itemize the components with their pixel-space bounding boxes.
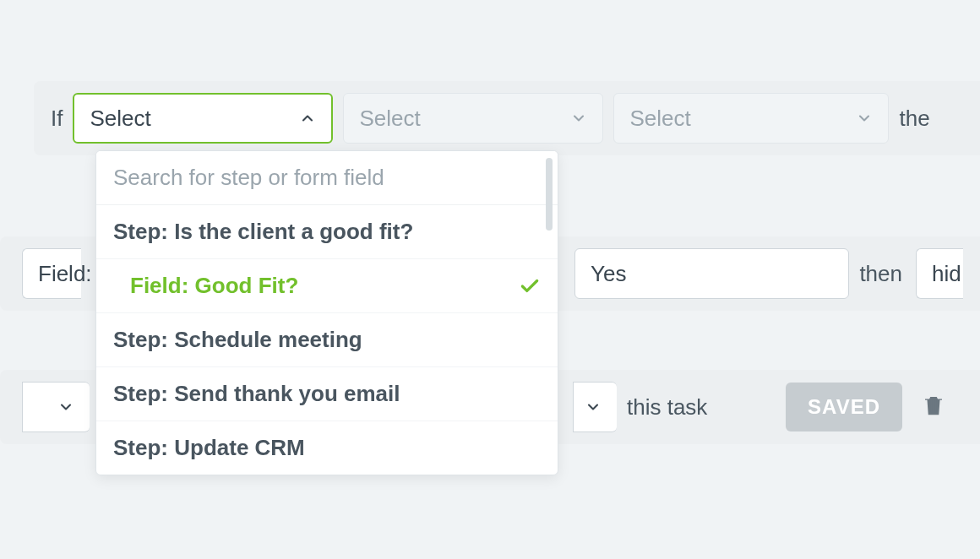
dropdown-item[interactable]: Field: Good Fit? xyxy=(96,258,558,312)
field-label: Field: xyxy=(38,261,92,287)
dropdown-item[interactable]: Step: Schedule meeting xyxy=(96,312,558,366)
dropdown-item-label: Step: Send thank you email xyxy=(113,381,400,407)
select-label: Select xyxy=(90,106,150,132)
condition-operator-select[interactable]: Select xyxy=(343,93,603,144)
then-label-partial: the xyxy=(899,106,929,132)
field-label-box: Field: xyxy=(22,248,81,299)
dropdown-item[interactable]: Step: Update CRM xyxy=(96,421,558,475)
chevron-down-icon xyxy=(570,110,587,127)
saved-button[interactable]: SAVED xyxy=(786,383,902,431)
chevron-up-icon xyxy=(299,110,316,127)
dropdown-item[interactable]: Step: Send thank you email xyxy=(96,366,558,421)
select-placeholder: Select xyxy=(359,106,420,132)
dropdown-search-input[interactable] xyxy=(96,151,558,205)
scrollbar[interactable] xyxy=(546,158,553,231)
check-icon xyxy=(519,275,541,297)
dropdown-list: Step: Is the client a good fit? Field: G… xyxy=(96,205,558,475)
condition-value-select[interactable]: Select xyxy=(613,93,889,144)
action-scope-select-partial[interactable] xyxy=(573,382,617,432)
condition-field-select[interactable]: Select xyxy=(73,93,333,144)
trash-icon xyxy=(921,393,946,418)
action-select-partial[interactable]: hid xyxy=(916,248,963,299)
field-dropdown-panel: Step: Is the client a good fit? Field: G… xyxy=(95,150,558,475)
condition-value-input[interactable]: Yes xyxy=(574,248,849,299)
then-label: then xyxy=(859,261,902,287)
dropdown-item-label: Step: Schedule meeting xyxy=(113,327,362,353)
dropdown-item-label: Step: Update CRM xyxy=(113,435,305,461)
delete-button[interactable] xyxy=(921,393,946,421)
condition-row-1: If Select Select Select the xyxy=(34,81,980,155)
value-text: Yes xyxy=(591,261,626,287)
if-label: If xyxy=(51,106,63,132)
chevron-down-icon xyxy=(585,399,602,415)
select-placeholder: Select xyxy=(629,106,690,132)
chevron-down-icon xyxy=(57,399,74,415)
action-label-partial: hid xyxy=(932,261,961,287)
action-target-select-partial[interactable] xyxy=(22,382,90,432)
dropdown-item-label: Field: Good Fit? xyxy=(130,273,298,299)
saved-label: SAVED xyxy=(808,395,880,419)
chevron-down-icon xyxy=(856,110,873,127)
dropdown-item-label: Step: Is the client a good fit? xyxy=(113,219,413,245)
this-task-label: this task xyxy=(627,394,707,421)
dropdown-item[interactable]: Step: Is the client a good fit? xyxy=(96,205,558,258)
